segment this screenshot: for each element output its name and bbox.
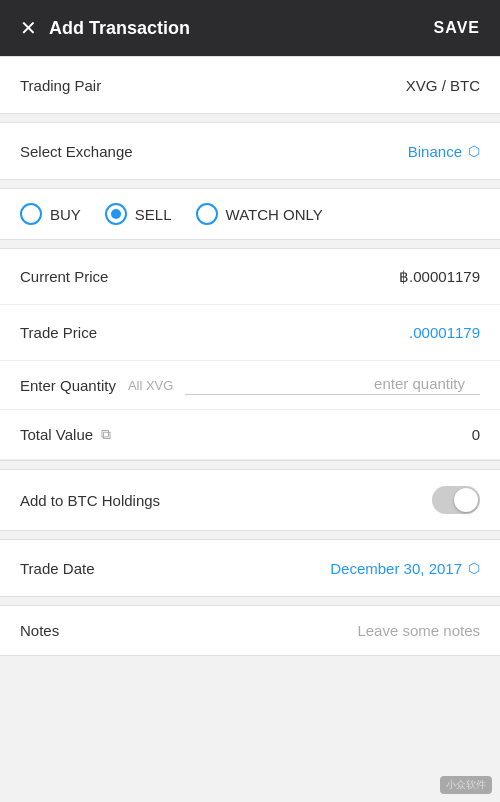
radio-label-watch: WATCH ONLY: [226, 206, 323, 223]
trade-date-row[interactable]: Trade Date December 30, 2017 ⬡: [0, 540, 500, 596]
trade-date-value: December 30, 2017: [330, 560, 462, 577]
watermark: 小众软件: [440, 776, 492, 794]
exchange-row[interactable]: Select Exchange Binance ⬡: [0, 123, 500, 179]
total-value-row: Total Value ⧉ 0: [0, 410, 500, 460]
radio-label-buy: BUY: [50, 206, 81, 223]
trading-pair-row: Trading Pair XVG / BTC: [0, 57, 500, 113]
trading-pair-label: Trading Pair: [20, 77, 101, 94]
header-left: ✕ Add Transaction: [20, 16, 190, 40]
total-value-label: Total Value: [20, 426, 93, 443]
exchange-link[interactable]: Binance ⬡: [408, 143, 480, 160]
trading-pair-value: XVG / BTC: [406, 77, 480, 94]
radio-circle-sell: [105, 203, 127, 225]
current-price-label: Current Price: [20, 268, 108, 285]
quantity-all-label: All XVG: [128, 378, 174, 393]
trade-price-value: .00001179: [409, 324, 480, 341]
toggle-thumb: [454, 488, 478, 512]
trade-type-section: BUY SELL WATCH ONLY: [0, 188, 500, 240]
notes-label: Notes: [20, 622, 59, 639]
quantity-input[interactable]: [185, 375, 480, 395]
radio-buy[interactable]: BUY: [20, 203, 81, 225]
save-button[interactable]: SAVE: [434, 19, 480, 37]
date-external-icon: ⬡: [468, 560, 480, 576]
trade-price-row[interactable]: Trade Price .00001179: [0, 305, 500, 361]
toggle-track: [432, 486, 480, 514]
notes-placeholder: Leave some notes: [357, 622, 480, 639]
quantity-label: Enter Quantity: [20, 377, 116, 394]
page-title: Add Transaction: [49, 18, 190, 39]
notes-section: Notes Leave some notes: [0, 605, 500, 656]
current-price-value: ฿.00001179: [399, 268, 480, 286]
trade-date-label: Trade Date: [20, 560, 94, 577]
total-value-amount: 0: [472, 426, 480, 443]
btc-holdings-section: Add to BTC Holdings: [0, 469, 500, 531]
exchange-section: Select Exchange Binance ⬡: [0, 122, 500, 180]
btc-holdings-row: Add to BTC Holdings: [0, 470, 500, 530]
current-price-row: Current Price ฿.00001179: [0, 249, 500, 305]
btc-holdings-toggle[interactable]: [432, 486, 480, 514]
exchange-label: Select Exchange: [20, 143, 133, 160]
trade-date-section: Trade Date December 30, 2017 ⬡: [0, 539, 500, 597]
total-value-label-group: Total Value ⧉: [20, 426, 472, 443]
radio-sell[interactable]: SELL: [105, 203, 172, 225]
close-icon[interactable]: ✕: [20, 16, 37, 40]
exchange-value: Binance: [408, 143, 462, 160]
trade-date-link[interactable]: December 30, 2017 ⬡: [330, 560, 480, 577]
trading-pair-section: Trading Pair XVG / BTC: [0, 56, 500, 114]
radio-watch[interactable]: WATCH ONLY: [196, 203, 323, 225]
copy-icon[interactable]: ⧉: [101, 426, 111, 443]
app-header: ✕ Add Transaction SAVE: [0, 0, 500, 56]
radio-label-sell: SELL: [135, 206, 172, 223]
btc-holdings-label: Add to BTC Holdings: [20, 492, 160, 509]
radio-circle-watch: [196, 203, 218, 225]
enter-quantity-row: Enter Quantity All XVG: [0, 361, 500, 410]
external-link-icon: ⬡: [468, 143, 480, 159]
radio-circle-buy: [20, 203, 42, 225]
price-section: Current Price ฿.00001179 Trade Price .00…: [0, 248, 500, 461]
trade-price-label: Trade Price: [20, 324, 97, 341]
notes-row: Notes Leave some notes: [0, 606, 500, 655]
